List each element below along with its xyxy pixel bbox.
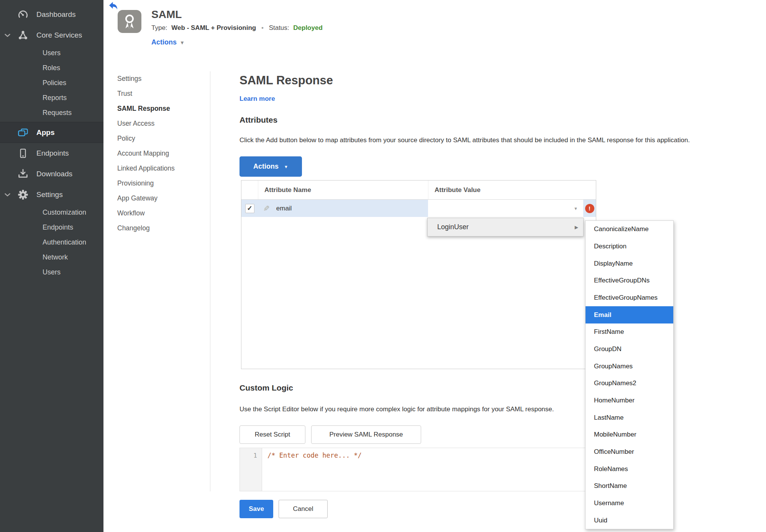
custom-logic-description: Use the Script Editor below if you requi… xyxy=(239,406,600,413)
save-button[interactable]: Save xyxy=(239,500,273,518)
sidebar-item-label: Core Services xyxy=(36,31,82,39)
sidebar-item-apps[interactable]: Apps xyxy=(0,122,103,143)
table-row[interactable]: ✓ ✎ email ▼ ! xyxy=(241,200,596,217)
sidebar-item-label: Apps xyxy=(36,128,55,137)
reset-script-button[interactable]: Reset Script xyxy=(239,425,305,444)
row-checkbox[interactable]: ✓ xyxy=(245,204,254,213)
sidebar-item-requests[interactable]: Requests xyxy=(0,105,103,120)
checkbox-column-header xyxy=(241,181,258,199)
attribute-value-combobox[interactable]: ▼ xyxy=(428,200,583,217)
nav-divider xyxy=(210,71,210,491)
sidebar-item-label: Network xyxy=(43,253,68,261)
nav-item-policy[interactable]: Policy xyxy=(117,131,175,146)
sidebar-item-endpoints-settings[interactable]: Endpoints xyxy=(0,220,103,235)
bullet-separator: • xyxy=(261,24,264,31)
nav-item-settings[interactable]: Settings xyxy=(117,71,175,86)
sidebar-item-policies[interactable]: Policies xyxy=(0,76,103,90)
nav-item-workflow[interactable]: Workflow xyxy=(117,206,175,221)
sidebar-item-core-services[interactable]: Core Services xyxy=(0,25,103,46)
attributes-heading: Attributes xyxy=(239,115,277,125)
sidebar-item-roles[interactable]: Roles xyxy=(0,61,103,76)
sidebar-item-label: Dashboards xyxy=(36,10,75,19)
edit-pencil-icon[interactable]: ✎ xyxy=(263,204,270,213)
editor-code[interactable]: /* Enter code here... */ xyxy=(262,448,362,491)
submenu-item[interactable]: FirstName xyxy=(586,323,673,341)
app-meta: Type: Web - SAML + Provisioning • Status… xyxy=(151,24,323,32)
cancel-button[interactable]: Cancel xyxy=(279,500,328,518)
chevron-down-icon: ▼ xyxy=(284,164,288,169)
chevron-down-icon: ▼ xyxy=(180,40,185,46)
sidebar: Dashboards Core Services Users Roles Pol… xyxy=(0,0,103,532)
sidebar-item-label: Authentication xyxy=(43,238,86,246)
script-editor[interactable]: 1 /* Enter code here... */ xyxy=(239,448,596,491)
nav-item-saml-response[interactable]: SAML Response xyxy=(117,101,175,116)
nav-item-linked-applications[interactable]: Linked Applications xyxy=(117,161,175,176)
download-icon xyxy=(17,168,29,180)
nav-item-changelog[interactable]: Changelog xyxy=(117,221,175,236)
submenu-item[interactable]: DisplayName xyxy=(586,255,673,272)
submenu-item[interactable]: OfficeNumber xyxy=(586,443,673,461)
attribute-submenu: CanonicalizeName Description DisplayName… xyxy=(585,220,674,529)
nav-item-app-gateway[interactable]: App Gateway xyxy=(117,191,175,206)
sidebar-item-reports[interactable]: Reports xyxy=(0,90,103,105)
core-services-icon xyxy=(17,29,29,41)
header-actions-label: Actions xyxy=(151,38,177,46)
submenu-item[interactable]: MobileNumber xyxy=(586,426,673,443)
table-header: Attribute Name Attribute Value xyxy=(241,181,596,200)
section-title: SAML Response xyxy=(239,74,333,87)
sidebar-item-network[interactable]: Network xyxy=(0,250,103,265)
sidebar-item-label: Policies xyxy=(43,79,66,87)
sidebar-item-label: Customization xyxy=(43,209,86,217)
submenu-item[interactable]: EffectiveGroupDNs xyxy=(586,272,673,289)
back-icon[interactable] xyxy=(108,2,118,10)
submenu-item[interactable]: GroupDN xyxy=(586,341,673,358)
sidebar-item-label: Users xyxy=(43,268,61,276)
sidebar-item-authentication[interactable]: Authentication xyxy=(0,235,103,250)
submenu-item[interactable]: GroupNames2 xyxy=(586,375,673,392)
sidebar-item-settings[interactable]: Settings xyxy=(0,184,103,205)
submenu-item[interactable]: Description xyxy=(586,238,673,255)
type-value: Web - SAML + Provisioning xyxy=(171,24,256,31)
sidebar-item-label: Requests xyxy=(43,109,72,117)
sidebar-item-users[interactable]: Users xyxy=(0,46,103,61)
sidebar-item-users-settings[interactable]: Users xyxy=(0,265,103,280)
sidebar-item-downloads[interactable]: Downloads xyxy=(0,164,103,184)
submenu-item[interactable]: CanonicalizeName xyxy=(586,221,673,238)
submenu-item[interactable]: RoleNames xyxy=(586,460,673,478)
chevron-down-icon[interactable] xyxy=(3,31,11,39)
learn-more-link[interactable]: Learn more xyxy=(239,95,275,103)
submenu-item-selected[interactable]: Email xyxy=(586,306,673,323)
error-icon: ! xyxy=(585,204,594,213)
submenu-item[interactable]: Username xyxy=(586,495,673,512)
sidebar-item-customization[interactable]: Customization xyxy=(0,205,103,220)
chevron-down-icon[interactable]: ▼ xyxy=(574,206,578,211)
chevron-down-icon[interactable] xyxy=(3,191,11,199)
sidebar-item-label: Downloads xyxy=(36,170,72,178)
sidebar-item-label: Users xyxy=(43,49,61,57)
nav-item-provisioning[interactable]: Provisioning xyxy=(117,176,175,191)
attributes-actions-button[interactable]: Actions ▼ xyxy=(239,156,302,177)
sidebar-item-endpoints[interactable]: Endpoints xyxy=(0,143,103,164)
nav-item-account-mapping[interactable]: Account Mapping xyxy=(117,146,175,161)
sidebar-item-dashboards[interactable]: Dashboards xyxy=(0,4,103,25)
attributes-description: Click the Add button below to map attrib… xyxy=(239,136,753,144)
dropdown-group-label: LoginUser xyxy=(428,218,583,236)
submenu-item[interactable]: HomeNumber xyxy=(586,392,673,409)
nav-item-user-access[interactable]: User Access xyxy=(117,116,175,131)
value-dropdown-group[interactable]: LoginUser ▶ xyxy=(427,218,584,236)
submenu-item[interactable]: Uuid xyxy=(586,512,673,529)
submenu-item[interactable]: GroupNames xyxy=(586,358,673,375)
page-nav: Settings Trust SAML Response User Access… xyxy=(117,71,175,236)
attribute-name-column-header: Attribute Name xyxy=(258,181,428,199)
submenu-item[interactable]: LastName xyxy=(586,409,673,426)
submenu-item[interactable]: ShortName xyxy=(586,478,673,495)
nav-item-trust[interactable]: Trust xyxy=(117,86,175,101)
page-title: SAML xyxy=(151,8,182,21)
attribute-name-cell: ✎ email xyxy=(258,200,428,217)
type-label: Type: xyxy=(151,24,167,31)
editor-line-number: 1 xyxy=(240,448,262,491)
row-checkbox-cell: ✓ xyxy=(241,200,258,217)
header-actions-menu[interactable]: Actions▼ xyxy=(151,38,185,46)
preview-saml-response-button[interactable]: Preview SAML Response xyxy=(311,425,421,444)
submenu-item[interactable]: EffectiveGroupNames xyxy=(586,289,673,307)
